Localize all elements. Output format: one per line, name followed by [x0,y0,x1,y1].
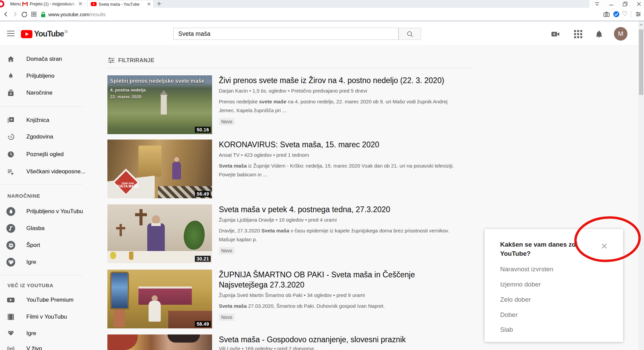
video-meta[interactable]: Župnija Sveti Martin Šmartno ob Paki • 3… [219,292,482,298]
video-thumbnail[interactable] [107,334,212,350]
thumbnail-art [147,223,165,254]
sidebar-item-label: Priljubljeno v YouTubu [26,208,83,215]
sidebar-item-games[interactable]: Igre [0,255,84,269]
apps-grid-icon[interactable] [574,30,582,38]
tab-strip-empty [154,0,589,8]
video-title[interactable]: Sveta maša - Gospodovo oznanjenje, slove… [219,334,462,345]
survey-option[interactable]: Izjemno dober [500,281,541,288]
close-window-button[interactable] [636,1,642,7]
video-title[interactable]: Živi prenos svete maše iz Žirov na 4. po… [219,75,462,85]
snapshot-camera-icon[interactable] [603,11,610,18]
sidebar-subscriptions-header: NAROČNINE [7,193,40,199]
premium-icon [7,296,15,304]
tune-icon[interactable] [635,11,642,18]
scrollbar-thumb[interactable] [639,29,643,95]
sidebar-item-label: Igre [26,259,36,266]
search-button[interactable] [398,28,421,40]
results-divider [107,68,473,68]
maximize-button[interactable] [622,1,628,7]
video-meta[interactable]: Župnija Ljubljana Dravlje • 10 ogledov •… [219,217,482,223]
video-title[interactable]: Sveta maša v petek 4. postnega tedna, 27… [219,204,462,215]
thumbnail-badge-text: VSAK DAN SVETA MAŠA [111,182,145,188]
search-icon [406,30,414,38]
sidebar-item-label: Zgodovina [26,133,53,140]
sidebar-item-label: Naročnine [26,90,53,96]
sidebar-item-library[interactable]: Knjižnica [0,114,84,127]
video-thumbnail[interactable]: Spletni prenos nedeljske svete maše 4. p… [107,75,212,134]
red-circle-annotation [571,212,644,266]
flame-icon [7,72,15,80]
sidebar-divider [0,275,83,275]
video-thumbnail[interactable]: VSAK DAN SVETA MAŠA 56.49 [107,140,212,198]
notifications-bell-icon[interactable] [595,30,603,38]
survey-option[interactable]: Slab [500,326,513,333]
video-thumbnail[interactable]: 30.21 [107,204,212,263]
sidebar-item-music[interactable]: Glasba [0,222,84,235]
playlist-icon [7,168,15,176]
thumbnail-art [120,224,122,236]
video-title[interactable]: ŽUPNIJA ŠMARTNO OB PAKI - Sveta maša in … [219,270,428,290]
sidebar-item-label: Filmi v YouTubu [26,314,67,320]
survey-option[interactable]: Zelo dober [500,296,531,303]
video-meta[interactable]: Vili Lovše • 169 ogledov • pred 2 dnevom… [219,346,482,350]
sidebar-item-gaming[interactable]: Igre [0,327,84,340]
survey-option[interactable]: Naravnost izvrsten [500,266,553,273]
avatar[interactable]: M [614,27,627,41]
minimize-button[interactable] [609,1,614,7]
sidebar-item-history[interactable]: Zgodovina [0,130,84,144]
sidebar: Domača stran Priljubljeno Naročnine Knji… [0,0,84,350]
video-thumbnail[interactable]: 58.49 [107,270,212,328]
sidebar-item-trending[interactable]: Priljubljeno [0,69,84,83]
sidebar-item-label: Igre [26,330,36,337]
novo-badge: Novo [219,314,235,321]
shield-badge-icon[interactable] [613,11,620,18]
video-title[interactable]: KORONAVIRUS: Sveta maša, 15. marec 2020 [219,140,462,150]
sidebar-item-movies[interactable]: Filmi v YouTubu [0,310,84,324]
new-tab-button[interactable] [156,1,162,6]
youtube-masthead: YouTube SI Sveta maša M [0,21,644,45]
survey-option[interactable]: Dober [500,311,518,319]
sidebar-item-watch-later[interactable]: Poznejši ogled [0,148,84,161]
create-video-icon[interactable] [551,30,560,38]
sidebar-item-premium[interactable]: YouTube Premium [0,293,84,307]
tab-close-icon[interactable] [147,2,151,6]
thumbnail-art [110,252,116,259]
thumbnail-art [161,95,167,115]
thumbnail-art [168,334,200,343]
sidebar-item-popular[interactable]: Priljubljeno v YouTubu [0,205,84,218]
thumbnail-overlay-text: 4. postna nedelja [110,88,146,93]
video-duration: 56.49 [195,191,211,197]
sidebar-item-liked-videos[interactable]: Všečkani videoposne... [0,165,84,178]
thumbnail-overlay-text: 22. marec 2020 [110,94,141,99]
thumbnail-art [184,221,205,250]
sidebar-item-live[interactable]: V živo [0,342,84,350]
sidebar-item-subscriptions[interactable]: Naročnine [0,86,84,100]
tab-youtube-active[interactable]: Sveta maša - YouTube [87,0,154,8]
video-meta[interactable]: Darjan Kacin • 1,5 tis. ogledov • Pretoč… [219,88,482,94]
sidebar-item-home[interactable]: Domača stran [0,52,84,66]
video-duration: 50.16 [195,127,211,133]
bookmark-heart-icon[interactable]: ♡ [622,10,629,17]
search-input[interactable]: Sveta maša [173,28,398,40]
thumbnail-art [138,289,192,305]
thumbnail-art [113,309,125,327]
history-icon [7,133,15,141]
games-icon [7,329,15,338]
thumbnail-art [151,223,161,226]
sport-icon [6,241,15,250]
url-path: /results [89,11,106,17]
novo-badge: Novo [219,247,235,254]
thumbnail-art [138,146,161,177]
video-description: Sveta maša iz Župnije Videm - Krško: ned… [219,161,470,179]
browser-address-bar: www.youtube.com/results ♡ [0,8,644,21]
tab-menu-icon[interactable] [594,1,600,7]
page-scrollbar[interactable] [638,21,644,350]
scrollbar-up-icon[interactable] [639,23,643,27]
subscriptions-icon [7,89,15,97]
sidebar-divider [0,184,83,184]
tab-title: Sveta maša - YouTube [99,2,139,7]
video-meta[interactable]: Ansat TV • 423 ogledov • pred 1 tednom [219,152,482,158]
thumbnail-art [139,209,143,225]
sidebar-item-sport[interactable]: Šport [0,239,84,252]
browser-tab-bar: Menu Prejeto (1) - mojposkusni.e Sveta m… [0,0,644,8]
